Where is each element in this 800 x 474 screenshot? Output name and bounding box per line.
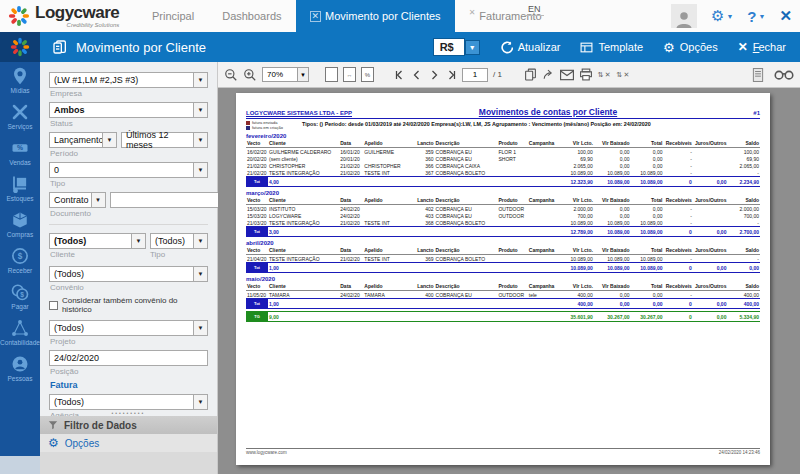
checkbox-considerar-tambem-co[interactable]: Considerar também convênio do histórico (49, 296, 208, 314)
select-value: Ambos (54, 105, 85, 115)
cell: COBRANÇA EU (435, 148, 498, 156)
cliente-select[interactable]: (Todos)▼ (49, 233, 146, 249)
sidebar-item-midias[interactable]: Mídias (0, 62, 40, 98)
tab-close-icon[interactable]: ✕ (469, 8, 476, 17)
tipo-select[interactable]: 0▼ (49, 162, 208, 178)
total-value: 10.089,00 (631, 263, 664, 273)
export-icon[interactable] (542, 68, 555, 81)
column-header: Produto (497, 283, 527, 291)
tab-dashboards[interactable]: Dashboards (208, 0, 295, 32)
empresa-select[interactable]: (LW #1,LM #2,JS #3)▼ (49, 72, 208, 88)
field-label: Período (50, 149, 208, 158)
filtro-de-dados-bar[interactable]: Filtro de Dados (40, 416, 217, 434)
sidebar-logo-icon[interactable] (0, 32, 40, 62)
watermark-edit-icon[interactable]: ⇅✕ (598, 71, 612, 79)
next-page-icon[interactable] (428, 69, 440, 81)
last-page-icon[interactable] (445, 69, 457, 81)
select-value: Últimos 12 meses (126, 130, 191, 150)
projeto-select[interactable]: (Todos)▼ (49, 320, 208, 336)
field-label: Tipo (50, 179, 208, 188)
convenio-select[interactable]: (Todos)▼ (49, 266, 208, 282)
documento-input[interactable] (110, 192, 233, 208)
column-header: Vlr Baixado (594, 140, 631, 148)
sidebar-item-receber[interactable]: $Receber (0, 242, 40, 278)
cell: 0,00 (631, 212, 664, 219)
viewer-canvas[interactable]: LOGYCWARE SISTEMAS LTDA - EPP Movimentos… (218, 88, 800, 474)
settings-gear-icon[interactable]: ⚙▼ (711, 7, 733, 25)
options-button[interactable]: ⚙ Opções (663, 40, 718, 55)
previous-page-icon[interactable] (411, 69, 423, 81)
total-value: 0 (664, 177, 693, 187)
opcoes-bar[interactable]: ⚙ Opções (40, 434, 217, 452)
sidebar-item-estoques[interactable]: Estoques (0, 170, 40, 206)
agencia-select[interactable]: (Todos)▼ (49, 394, 208, 410)
tipo-select[interactable]: (Todos)▼ (150, 233, 208, 249)
legend-label: fatura em criação (252, 125, 283, 130)
language-indicator[interactable]: EN (525, 4, 544, 16)
cell: OUTDOOR (497, 205, 527, 213)
cell (693, 255, 728, 263)
page-number-input[interactable] (462, 68, 488, 82)
total-count: 3,00 (268, 227, 414, 237)
total-value: 0,00 (693, 227, 728, 237)
page-fit-width-icon[interactable]: ↔ (343, 67, 356, 82)
print-icon[interactable] (579, 68, 593, 81)
sidebar-item-servicos[interactable]: Serviços (0, 98, 40, 134)
thumbnails-icon[interactable] (752, 68, 764, 82)
cell (528, 219, 557, 227)
tab-principal[interactable]: Principal (138, 0, 208, 32)
group-table: VectoClienteDataApelidoLanctoDescriçãoPr… (246, 140, 760, 187)
copy-icon[interactable] (524, 68, 537, 81)
zoom-out-icon[interactable] (224, 68, 238, 82)
zoom-in-icon[interactable] (243, 68, 257, 82)
column-header-row: VectoClienteDataApelidoLanctoDescriçãoPr… (246, 247, 760, 255)
status-select[interactable]: Ambos▼ (49, 102, 208, 118)
column-header-row: VectoClienteDataApelidoLanctoDescriçãoPr… (246, 140, 760, 148)
tab-movimento-por-clientes[interactable]: ✕Movimento por Clientes (296, 0, 455, 32)
column-header: Cliente (268, 140, 339, 148)
sidebar-item-pagar[interactable]: $Pagar (0, 278, 40, 314)
search-binoculars-icon[interactable] (774, 68, 794, 81)
cell (528, 212, 557, 219)
column-header: Saldo (727, 283, 760, 291)
cell: 0,00 (594, 205, 631, 213)
help-icon[interactable]: ?▼ (747, 8, 765, 25)
column-header: Data (339, 140, 363, 148)
user-avatar-icon[interactable] (671, 4, 697, 28)
template-button[interactable]: Template (580, 41, 643, 54)
refresh-button[interactable]: Atualizar (500, 41, 561, 54)
page-percent-icon[interactable]: % (361, 67, 374, 82)
cell: COBRANÇA CAIXA (435, 162, 498, 169)
report-title: Movimentos de contas por Cliente (376, 107, 720, 117)
cell: - (664, 169, 693, 177)
column-header: Data (339, 247, 363, 255)
cell: TESTE INT (363, 255, 413, 263)
posicao-input[interactable] (49, 350, 208, 366)
watermark-remove-icon[interactable]: ⇅✕ (617, 71, 631, 79)
sidebar-item-pessoas[interactable]: Pessoas (0, 350, 40, 386)
email-icon[interactable] (560, 69, 574, 81)
currency-select[interactable]: R$ ▼ (433, 38, 480, 56)
sidebar-item-vendas[interactable]: %Vendas (0, 134, 40, 170)
template-icon (580, 41, 593, 54)
first-page-icon[interactable] (394, 69, 406, 81)
documento-type-select[interactable]: Contrato▼ (49, 192, 106, 208)
zoom-level-select[interactable]: 70% ▼ (262, 67, 309, 82)
sidebar-item-contabilidade[interactable]: Contabilidade (0, 314, 40, 350)
cell: 402 (414, 205, 435, 213)
cell: 0,00 (631, 205, 664, 213)
periodo-mode-select[interactable]: Lançamento▼ (49, 132, 117, 148)
brand-name: Logycware (35, 4, 119, 21)
column-header: Apelido (363, 247, 413, 255)
periodo-range-select[interactable]: Últimos 12 meses▼ (121, 132, 208, 148)
tab-close-icon[interactable]: ✕ (310, 11, 322, 22)
app-close-icon[interactable]: ✕ (779, 7, 792, 25)
close-report-button[interactable]: ✕ Fechar (738, 40, 786, 54)
cell: 0,00 (594, 212, 631, 219)
cell (693, 212, 728, 219)
cell: 10.089,00 (631, 255, 664, 263)
chevron-down-icon[interactable]: ▼ (465, 40, 480, 55)
page-actual-size-icon[interactable] (325, 67, 338, 82)
total-value: 12.789,00 (557, 227, 594, 237)
sidebar-item-compras[interactable]: Compras (0, 206, 40, 242)
